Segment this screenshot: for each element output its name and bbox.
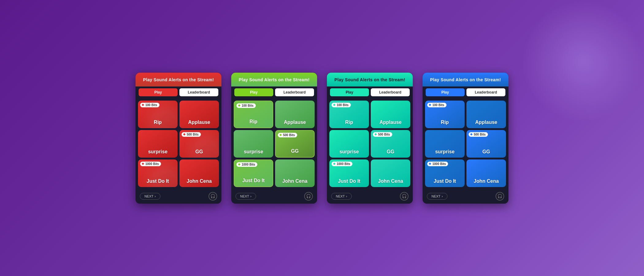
svg-marker-6 <box>333 104 335 106</box>
svg-marker-1 <box>183 133 186 136</box>
sound-btn-surprise-blue[interactable]: surprise <box>425 130 465 158</box>
sound-btn-johncena-teal[interactable]: John Cena <box>371 159 410 187</box>
sound-btn-applause-teal[interactable]: Applause <box>371 101 410 128</box>
tab-bar-blue: Play Leaderboard <box>423 86 508 98</box>
panel-green: Play Sound Alerts on the Stream! Play Le… <box>231 73 317 204</box>
sound-btn-rip-red[interactable]: 100 Bits Rip <box>138 101 178 128</box>
tab-leaderboard-blue[interactable]: Leaderboard <box>466 88 505 96</box>
sound-btn-gg-red[interactable]: 500 Bits GG <box>179 130 219 158</box>
panel-header-blue: Play Sound Alerts on the Stream! <box>423 73 508 86</box>
sound-btn-justdoit-red[interactable]: 1000 Bits Just Do It <box>138 159 178 187</box>
sound-btn-johncena-red[interactable]: John Cena <box>179 159 219 187</box>
sound-btn-label-applause-red: Applause <box>187 117 211 128</box>
panel-footer-blue: NEXT › 🎧 <box>423 190 508 204</box>
sound-btn-label-rip-blue: Rip <box>440 117 450 128</box>
background-glow <box>521 0 644 123</box>
sound-btn-rip-blue[interactable]: 100 Bits Rip <box>425 101 465 128</box>
bits-badge-gg-blue: 500 Bits <box>469 132 488 137</box>
sound-btn-johncena-green[interactable]: John Cena <box>275 159 315 187</box>
sound-btn-label-gg-teal: GG <box>385 147 396 158</box>
sound-grid-green: 100 Bits Rip Applause surprise 500 Bits … <box>231 98 317 190</box>
headphone-icon-blue[interactable]: 🎧 <box>496 192 504 201</box>
panel-teal: Play Sound Alerts on the Stream! Play Le… <box>327 73 413 204</box>
tab-play-green[interactable]: Play <box>234 88 273 96</box>
svg-marker-9 <box>429 104 431 106</box>
sound-btn-gg-teal[interactable]: 500 Bits GG <box>371 130 410 158</box>
tab-play-teal[interactable]: Play <box>330 88 369 96</box>
sound-btn-applause-red[interactable]: Applause <box>179 101 219 128</box>
sound-btn-justdoit-teal[interactable]: 1000 Bits Just Do It <box>329 159 369 187</box>
sound-btn-label-justdoit-red: Just Do It <box>145 176 170 187</box>
sound-btn-label-applause-blue: Applause <box>474 117 498 128</box>
sound-btn-label-justdoit-blue: Just Do It <box>432 176 457 187</box>
sound-btn-surprise-red[interactable]: surprise <box>138 130 178 158</box>
sound-btn-justdoit-green[interactable]: 1000 Bits Just Do It <box>234 159 273 187</box>
sound-btn-rip-teal[interactable]: 100 Bits Rip <box>329 101 369 128</box>
bits-badge-rip-red: 100 Bits <box>140 103 159 107</box>
sound-btn-label-surprise-green: surprise <box>243 147 264 158</box>
panel-blue: Play Sound Alerts on the Stream! Play Le… <box>423 73 508 204</box>
sound-btn-surprise-green[interactable]: surprise <box>234 130 273 158</box>
headphone-icon-red[interactable]: 🎧 <box>209 192 217 201</box>
sound-btn-label-surprise-teal: surprise <box>338 147 360 158</box>
sound-btn-applause-blue[interactable]: Applause <box>466 101 506 128</box>
svg-marker-4 <box>279 134 282 136</box>
sound-btn-label-rip-red: Rip <box>153 117 163 128</box>
sound-btn-justdoit-blue[interactable]: 1000 Bits Just Do It <box>425 159 465 187</box>
svg-marker-2 <box>142 163 144 165</box>
tab-bar-green: Play Leaderboard <box>231 86 317 98</box>
bits-badge-rip-green: 100 Bits <box>236 103 256 108</box>
svg-marker-10 <box>470 133 473 136</box>
sound-btn-label-surprise-red: surprise <box>147 147 169 158</box>
sound-btn-label-applause-teal: Applause <box>378 117 403 128</box>
svg-marker-3 <box>238 104 240 107</box>
svg-marker-0 <box>142 104 144 106</box>
headphone-icon-teal[interactable]: 🎧 <box>400 192 408 201</box>
sound-btn-label-surprise-blue: surprise <box>434 147 456 158</box>
panel-red: Play Sound Alerts on the Stream! Play Le… <box>136 73 221 204</box>
next-button-red[interactable]: NEXT › <box>140 193 160 200</box>
sound-grid-blue: 100 Bits Rip Applause surprise 500 Bits … <box>423 98 508 190</box>
panel-footer-teal: NEXT › 🎧 <box>327 190 413 204</box>
panel-header-green: Play Sound Alerts on the Stream! <box>231 73 317 86</box>
sound-btn-gg-blue[interactable]: 500 Bits GG <box>466 130 506 158</box>
bits-badge-justdoit-red: 1000 Bits <box>140 162 161 166</box>
svg-marker-5 <box>238 163 240 166</box>
sound-btn-gg-green[interactable]: 500 Bits GG <box>275 130 315 158</box>
sound-btn-label-johncena-red: John Cena <box>186 176 213 187</box>
sound-grid-teal: 100 Bits Rip Applause surprise 500 Bits … <box>327 98 413 190</box>
tab-leaderboard-green[interactable]: Leaderboard <box>275 88 314 96</box>
panel-header-teal: Play Sound Alerts on the Stream! <box>327 73 413 86</box>
bits-badge-rip-teal: 100 Bits <box>332 103 351 107</box>
panel-title-green: Play Sound Alerts on the Stream! <box>239 77 310 82</box>
sound-btn-label-justdoit-teal: Just Do It <box>337 176 362 187</box>
sound-btn-surprise-teal[interactable]: surprise <box>329 130 369 158</box>
svg-marker-7 <box>374 133 377 136</box>
bits-badge-gg-red: 500 Bits <box>182 132 201 137</box>
sound-btn-label-gg-green: GG <box>290 146 300 157</box>
bits-badge-gg-green: 500 Bits <box>278 133 297 137</box>
sound-btn-applause-green[interactable]: Applause <box>275 101 315 128</box>
svg-marker-11 <box>429 163 431 165</box>
tab-play-blue[interactable]: Play <box>426 88 465 96</box>
bits-badge-rip-blue: 100 Bits <box>427 103 447 107</box>
next-button-green[interactable]: NEXT › <box>236 193 256 200</box>
sound-btn-label-johncena-blue: John Cena <box>473 176 500 187</box>
sound-btn-label-gg-blue: GG <box>481 147 491 158</box>
sound-btn-johncena-blue[interactable]: John Cena <box>466 159 506 187</box>
tab-play-red[interactable]: Play <box>139 88 178 96</box>
next-button-blue[interactable]: NEXT › <box>427 193 447 200</box>
bits-badge-justdoit-teal: 1000 Bits <box>332 162 352 166</box>
panel-header-red: Play Sound Alerts on the Stream! <box>136 73 221 86</box>
panels-container: Play Sound Alerts on the Stream! Play Le… <box>136 73 508 204</box>
next-button-teal[interactable]: NEXT › <box>331 193 352 200</box>
tab-bar-teal: Play Leaderboard <box>327 86 413 98</box>
panel-footer-green: NEXT › 🎧 <box>231 190 317 204</box>
sound-btn-label-johncena-teal: John Cena <box>377 176 404 187</box>
tab-leaderboard-red[interactable]: Leaderboard <box>179 88 218 96</box>
bits-badge-gg-teal: 500 Bits <box>373 132 392 137</box>
tab-leaderboard-teal[interactable]: Leaderboard <box>371 88 410 96</box>
sound-btn-label-johncena-green: John Cena <box>281 176 309 187</box>
headphone-icon-green[interactable]: 🎧 <box>304 192 313 201</box>
sound-btn-rip-green[interactable]: 100 Bits Rip <box>234 101 273 128</box>
